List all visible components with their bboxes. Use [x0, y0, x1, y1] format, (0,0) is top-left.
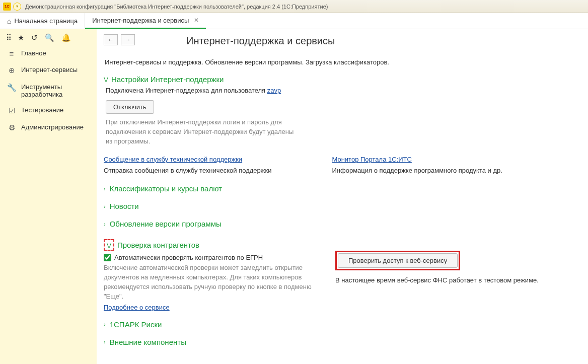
contragents-description: Включение автоматической проверки может …: [104, 263, 315, 301]
section-news[interactable]: › Новости: [104, 202, 576, 210]
page-subtitle: Интернет-сервисы и поддержка. Обновление…: [105, 58, 576, 66]
sidebar-item-dev-tools[interactable]: 🔧 Инструменты разработчика: [0, 79, 97, 102]
section-contragents-check[interactable]: Проверка контрагентов: [117, 241, 199, 249]
page-title: Интернет-поддержка и сервисы: [186, 35, 335, 47]
user-link[interactable]: zavp: [267, 87, 281, 94]
section-internet-support-settings[interactable]: ⋁ Настройки Интернет-поддержки: [104, 75, 576, 84]
star-icon[interactable]: ★: [18, 33, 24, 42]
highlighted-button-box: Проверить доступ к веб-сервису: [335, 251, 460, 270]
disconnect-button[interactable]: Отключить: [106, 100, 154, 114]
wrench-icon: 🔧: [7, 83, 16, 92]
portal-monitor-link[interactable]: Монитор Портала 1С:ИТС: [332, 156, 411, 163]
highlight-marker: ⋁: [104, 239, 114, 251]
gear-icon: ⚙: [7, 123, 16, 132]
nav-back-button[interactable]: ←: [104, 34, 118, 45]
dropdown-icon[interactable]: ▾: [13, 3, 21, 11]
sidebar-toolbar: ⠿ ★ ↺ 🔍 🔔: [0, 29, 97, 45]
sidebar-item-testing[interactable]: ☑ Тестирование: [0, 102, 97, 119]
sidebar-item-label: Интернет-сервисы: [21, 66, 78, 74]
chevron-right-icon: ›: [104, 339, 106, 345]
chevron-down-icon: ⋁: [107, 242, 111, 248]
expander-label: Обновление версии программы: [110, 220, 222, 228]
tabs-row: ⌂ Начальная страница Интернет-поддержка …: [0, 13, 588, 29]
bell-icon[interactable]: 🔔: [61, 33, 71, 42]
webservice-status-note: В настоящее время веб-сервис ФНС работае…: [335, 276, 539, 284]
sidebar-item-label: Инструменты разработчика: [21, 83, 82, 98]
sidebar-item-label: Главное: [21, 49, 46, 57]
history-icon[interactable]: ↺: [31, 33, 38, 42]
window-titlebar: 1C ▾ Демонстрационная конфигурация "Библ…: [0, 0, 588, 13]
chevron-right-icon: ›: [104, 203, 106, 209]
section-head-label: Настройки Интернет-поддержки: [111, 75, 224, 84]
sidebar-item-main[interactable]: ≡ Главное: [0, 45, 97, 62]
check-icon: ☑: [7, 106, 16, 115]
chevron-right-icon: ›: [104, 186, 106, 192]
expander-label: Классификаторы и курсы валют: [110, 184, 222, 193]
menu-icon: ≡: [7, 49, 16, 58]
expander-label: 1СПАРК Риски: [110, 320, 162, 329]
apps-icon[interactable]: ⠿: [6, 33, 11, 42]
globe-icon: ⊕: [7, 66, 16, 75]
sidebar-item-internet-services[interactable]: ⊕ Интернет-сервисы: [0, 62, 97, 79]
checkbox-label: Автоматически проверять контрагентов по …: [114, 254, 263, 261]
service-more-link[interactable]: Подробнее о сервисе: [104, 304, 170, 311]
auto-check-contragents-checkbox[interactable]: [104, 254, 111, 261]
window-title: Демонстрационная конфигурация "Библиотек…: [25, 4, 328, 10]
portal-desc: Информация о поддержке программного прод…: [332, 166, 502, 176]
check-webservice-button[interactable]: Проверить доступ к веб-сервису: [338, 253, 458, 268]
section-classifiers[interactable]: › Классификаторы и курсы валют: [104, 184, 576, 193]
close-icon[interactable]: ✕: [194, 17, 199, 24]
chevron-right-icon: ›: [104, 321, 106, 327]
tab-internet-support[interactable]: Интернет-поддержка и сервисы ✕: [85, 13, 206, 29]
chevron-down-icon: ⋁: [104, 76, 108, 83]
tab-home-label: Начальная страница: [14, 17, 78, 25]
section-external-components[interactable]: › Внешние компоненты: [104, 338, 576, 346]
support-message-desc: Отправка сообщения в службу технической …: [104, 166, 271, 176]
content-area: ← → Интернет-поддержка и сервисы Интерне…: [97, 29, 588, 364]
support-message-link[interactable]: Сообщение в службу технической поддержки: [104, 156, 242, 163]
tab-home[interactable]: ⌂ Начальная страница: [0, 13, 85, 29]
sidebar-item-label: Тестирование: [21, 106, 63, 114]
tab-active-label: Интернет-поддержка и сервисы: [92, 17, 189, 24]
disconnect-note: При отключении Интернет-поддержки логин …: [106, 118, 297, 147]
sidebar-item-label: Администрирование: [21, 123, 84, 131]
sidebar: ⠿ ★ ↺ 🔍 🔔 ≡ Главное ⊕ Интернет-сервисы 🔧…: [0, 29, 97, 364]
nav-forward-button[interactable]: →: [121, 34, 135, 45]
app-logo-icon: 1C: [3, 3, 11, 11]
chevron-right-icon: ›: [104, 221, 106, 227]
connected-text: Подключена Интернет-поддержка для пользо…: [106, 87, 267, 94]
sidebar-item-administration[interactable]: ⚙ Администрирование: [0, 119, 97, 136]
section-spark-risks[interactable]: › 1СПАРК Риски: [104, 320, 576, 329]
expander-label: Внешние компоненты: [110, 338, 186, 346]
home-icon: ⌂: [7, 17, 11, 25]
search-icon[interactable]: 🔍: [45, 33, 54, 42]
section-update[interactable]: › Обновление версии программы: [104, 220, 576, 228]
expander-label: Новости: [110, 202, 139, 210]
